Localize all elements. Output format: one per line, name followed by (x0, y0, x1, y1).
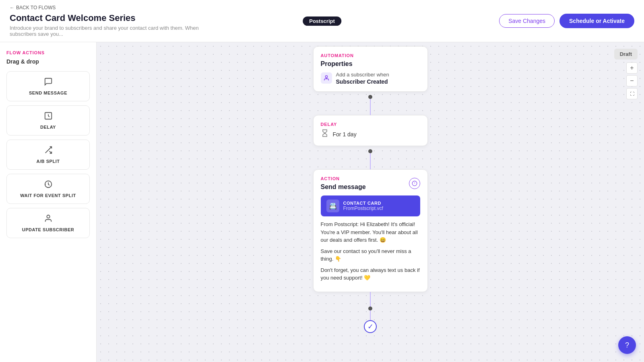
automation-section-label: AUTOMATION (321, 53, 420, 58)
action-node: ACTION Send message 📇 (313, 169, 428, 292)
connector-dot-2 (368, 149, 372, 153)
update-subscriber-icon (44, 214, 53, 225)
draft-badge: Draft (614, 49, 638, 60)
back-to-flows-link[interactable]: ← BACK TO FLOWS (10, 5, 203, 10)
update-subscriber-label: UPDATE SUBSCRIBER (22, 227, 74, 232)
header-actions: Save Changes Schedule or Activate (499, 14, 634, 28)
ab-split-label: A/B SPLIT (36, 159, 60, 164)
help-button[interactable]: ? (618, 336, 636, 354)
zoom-controls: + − ⛶ (626, 62, 638, 99)
flow-container: AUTOMATION Properties Add a subscriber w… (310, 46, 431, 333)
svg-line-2 (48, 116, 50, 117)
canvas: Draft + − ⛶ AUTOMATION Properties (97, 42, 644, 362)
back-label: BACK TO FLOWS (16, 5, 56, 10)
trigger-when: Add a subscriber when (336, 72, 389, 78)
zoom-out-button[interactable]: − (626, 75, 638, 86)
sidebar: FLOW ACTIONS Drag & drop SEND MESSAGE DE… (0, 42, 97, 362)
sidebar-item-ab-split[interactable]: A/B SPLIT (6, 140, 90, 170)
zoom-in-button[interactable]: + (626, 62, 638, 74)
action-node-title: Send message (321, 183, 366, 191)
help-icon: ? (625, 341, 629, 350)
message-line-2: Save our contact so you'll never miss a … (321, 247, 420, 263)
delay-duration: For 1 day (333, 131, 357, 138)
sidebar-item-send-message[interactable]: SEND MESSAGE (6, 71, 90, 101)
action-labels: ACTION Send message (321, 176, 366, 191)
message-body: From Postscript: Hi Elizabeth! It's offi… (321, 220, 420, 282)
send-message-icon (44, 77, 53, 88)
connector-line-bottom (370, 292, 371, 306)
connector-line-2 (370, 153, 371, 169)
message-line-1: From Postscript: Hi Elizabeth! It's offi… (321, 220, 420, 244)
action-edit-button[interactable] (409, 178, 420, 189)
connector-line-end (370, 311, 371, 320)
zoom-fit-button[interactable]: ⛶ (626, 88, 638, 99)
message-preview: 📇 CONTACT CARD FromPostscript.vcf From P… (321, 195, 420, 282)
contact-card-title: CONTACT CARD (343, 201, 383, 206)
wait-event-split-icon (44, 180, 53, 191)
trigger-icon (321, 72, 332, 84)
delay-node: DELAY For 1 day (313, 115, 428, 146)
save-changes-button[interactable]: Save Changes (499, 14, 555, 28)
sidebar-item-delay[interactable]: DELAY (6, 105, 90, 136)
sidebar-item-wait-for-event-split[interactable]: WAIT FOR EVENT SPLIT (6, 174, 90, 204)
sidebar-section-label: FLOW ACTIONS (6, 50, 90, 55)
delay-hourglass-icon (321, 129, 329, 139)
page-title: Contact Card Welcome Series (10, 13, 203, 23)
page-description: Introduce your brand to subscribers and … (10, 25, 203, 37)
trigger-text: Add a subscriber when Subscriber Created (336, 72, 389, 85)
message-line-3: Don't forget, you can always text us bac… (321, 266, 420, 282)
contact-card-banner: 📇 CONTACT CARD FromPostscript.vcf (321, 195, 420, 216)
trigger-row: Add a subscriber when Subscriber Created (321, 72, 420, 85)
main-layout: FLOW ACTIONS Drag & drop SEND MESSAGE DE… (0, 42, 644, 362)
wait-event-split-label: WAIT FOR EVENT SPLIT (20, 193, 76, 198)
ab-split-icon (44, 146, 53, 156)
sidebar-sub-label: Drag & drop (6, 58, 90, 65)
schedule-activate-button[interactable]: Schedule or Activate (559, 14, 634, 28)
delay-label: DELAY (40, 125, 56, 130)
trigger-event: Subscriber Created (336, 78, 389, 85)
connector-dot-1 (368, 95, 372, 99)
send-message-label: SEND MESSAGE (29, 90, 67, 95)
sidebar-item-update-subscriber[interactable]: UPDATE SUBSCRIBER (6, 208, 90, 238)
action-section-label: ACTION (321, 176, 366, 181)
header: ← BACK TO FLOWS Contact Card Welcome Ser… (0, 0, 644, 42)
connector-line-1 (370, 99, 371, 115)
svg-point-6 (325, 76, 327, 78)
action-header: ACTION Send message (321, 176, 420, 191)
svg-point-5 (47, 215, 50, 218)
back-arrow-icon: ← (10, 5, 14, 10)
delay-section-label: DELAY (321, 122, 420, 127)
contact-card-icon: 📇 (326, 200, 339, 212)
delay-icon (44, 111, 53, 122)
connector-dot-bottom (368, 306, 372, 311)
header-left: ← BACK TO FLOWS Contact Card Welcome Ser… (10, 5, 203, 37)
automation-node-title: Properties (321, 60, 420, 68)
end-node: ✓ (364, 320, 377, 333)
contact-card-file: FromPostscript.vcf (343, 206, 383, 211)
automation-node: AUTOMATION Properties Add a subscriber w… (313, 46, 428, 92)
app-name: Postscript (303, 16, 341, 26)
delay-row: For 1 day (321, 129, 420, 139)
contact-card-info: CONTACT CARD FromPostscript.vcf (343, 201, 383, 211)
